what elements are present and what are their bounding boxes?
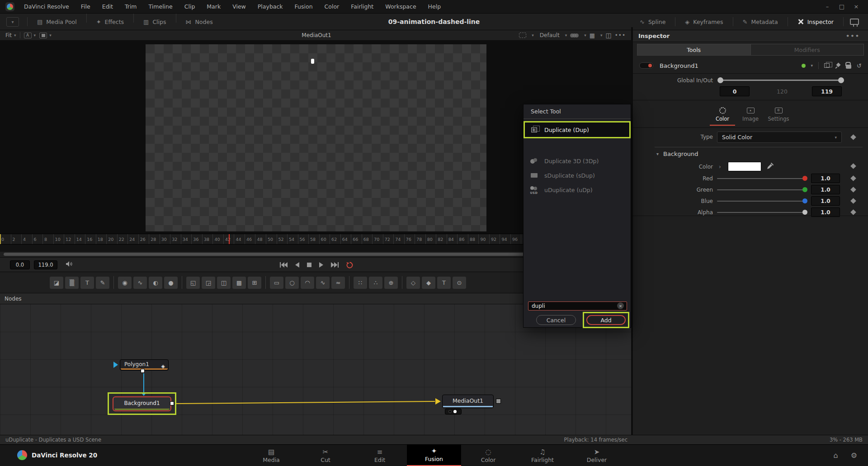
toolbar-button-inspector[interactable]: Inspector — [791, 14, 840, 30]
loop-button[interactable] — [346, 261, 354, 268]
toolbar-button-effects[interactable]: ✦Effects — [90, 14, 131, 30]
slider-handle[interactable] — [802, 176, 807, 181]
skip-start-button[interactable] — [279, 262, 288, 268]
channel-slider-blue[interactable] — [717, 201, 806, 202]
roi-icon[interactable] — [519, 33, 526, 38]
background-tool[interactable]: ◪ — [50, 277, 63, 289]
page-tab-fairlight[interactable]: ♫Fairlight — [515, 445, 570, 466]
keyframe-diamond-icon[interactable] — [850, 198, 856, 204]
subtab-image[interactable]: ▴Image — [737, 102, 764, 127]
polygon-mask-tool[interactable]: ◠ — [301, 277, 314, 289]
tool-search-input[interactable] — [528, 301, 627, 311]
brightness-contrast-tool[interactable]: ◐ — [149, 277, 162, 289]
skip-end-button[interactable] — [331, 262, 339, 268]
toolbar-button-media-pool[interactable]: ▤Media Pool — [30, 14, 84, 30]
audio-mute-icon[interactable] — [66, 261, 73, 268]
channel-slider-red[interactable] — [717, 178, 806, 179]
menu-view[interactable]: View — [226, 0, 252, 14]
slider-handle[interactable] — [717, 77, 723, 83]
panel-toggle-button[interactable]: ▾ — [6, 17, 19, 27]
monitor-icon[interactable] — [850, 19, 859, 25]
mediaout-input-port[interactable] — [435, 398, 441, 405]
page-tab-color[interactable]: ◌Color — [461, 445, 515, 466]
stop-button[interactable] — [307, 262, 312, 268]
toolbar-button-spline[interactable]: ∿Spline — [633, 14, 672, 30]
dual-viewer-icon[interactable]: ◫ — [606, 32, 612, 39]
tool-item-sduplicate[interactable]: sDuplicate (sDup) — [524, 169, 631, 182]
double-poly-mask-tool[interactable]: ≈ — [331, 277, 345, 289]
menu-davinci-resolve[interactable]: DaVinci Resolve — [18, 0, 75, 14]
merge-3d-tool[interactable]: ⊙ — [453, 277, 466, 289]
menu-fusion[interactable]: Fusion — [289, 0, 319, 14]
subtab-settings[interactable]: ⚙Settings — [765, 102, 792, 127]
panel-splitter[interactable] — [631, 27, 633, 435]
color-controls-icon[interactable] — [570, 33, 579, 38]
lut-dropdown[interactable]: Default — [540, 32, 560, 38]
viewer-indicator-dots[interactable] — [445, 409, 462, 414]
maximize-button[interactable]: □ — [835, 3, 849, 10]
zoom-mode-dropdown[interactable]: Fit — [5, 32, 12, 38]
slider-handle[interactable] — [802, 210, 807, 215]
reset-icon[interactable]: ↺ — [857, 62, 862, 69]
color-corrector-tool[interactable]: ◉ — [118, 277, 132, 289]
particle-render-tool[interactable]: ⊕ — [384, 277, 398, 289]
page-tab-edit[interactable]: ≡Edit — [353, 445, 407, 466]
menu-timeline[interactable]: Timeline — [143, 0, 179, 14]
text-plus-tool[interactable]: T — [80, 277, 94, 289]
color-swatch[interactable] — [728, 162, 761, 171]
eyedropper-icon[interactable] — [767, 162, 774, 171]
toolbar-button-nodes[interactable]: ⋈Nodes — [179, 14, 220, 30]
play-button[interactable] — [319, 262, 324, 268]
menu-trim[interactable]: Trim — [119, 0, 143, 14]
gain-gamma-button[interactable] — [39, 33, 47, 38]
menu-edit[interactable]: Edit — [96, 0, 119, 14]
tab-tools[interactable]: Tools — [637, 44, 750, 55]
menu-playback[interactable]: Playback — [252, 0, 289, 14]
home-icon[interactable]: ⌂ — [834, 451, 838, 460]
add-button[interactable]: Add — [586, 315, 626, 325]
rectangle-mask-tool[interactable]: ▭ — [270, 277, 283, 289]
keyframe-diamond-icon[interactable] — [850, 163, 856, 169]
blur-tool[interactable]: ● — [164, 277, 178, 289]
expand-icon[interactable]: › — [719, 164, 721, 170]
keyframe-diamond-icon[interactable] — [850, 134, 856, 140]
subtab-color[interactable]: Color — [709, 102, 736, 127]
keyframe-diamond-icon[interactable] — [850, 175, 856, 181]
toolbar-button-clips[interactable]: ▥Clips — [137, 14, 173, 30]
toolbar-button-keyframes[interactable]: ◈Keyframes — [678, 14, 730, 30]
background-section-header[interactable]: ▾Background — [656, 151, 698, 157]
pin-icon[interactable] — [835, 63, 840, 68]
keyframe-diamond-icon[interactable] — [850, 209, 856, 215]
matte-control-tool[interactable]: ▩ — [232, 277, 246, 289]
menu-fairlight[interactable]: Fairlight — [345, 0, 379, 14]
particle-emitter-tool[interactable]: ∷ — [354, 277, 367, 289]
type-select[interactable]: Solid Color▾ — [717, 132, 842, 143]
transform-tool[interactable]: ◱ — [186, 277, 200, 289]
viewer-options-icon[interactable]: ••• — [615, 32, 626, 38]
global-in-field[interactable]: 0 — [720, 86, 750, 96]
tile-color-icon[interactable] — [802, 64, 806, 68]
cancel-button[interactable]: Cancel — [536, 315, 576, 325]
paint-tool[interactable]: ✎ — [96, 277, 109, 289]
current-time-field[interactable]: 0.0 — [10, 260, 30, 269]
bspline-mask-tool[interactable]: ∿ — [316, 277, 330, 289]
menu-clip[interactable]: Clip — [179, 0, 201, 14]
channel-button[interactable]: A — [24, 33, 32, 38]
menu-mark[interactable]: Mark — [201, 0, 226, 14]
resize-tool[interactable]: ⊞ — [248, 277, 261, 289]
copy-settings-icon[interactable] — [824, 63, 830, 68]
particle-merge-tool[interactable]: ∴ — [369, 277, 382, 289]
channel-slider-green[interactable] — [717, 189, 806, 190]
tool-item-duplicate-3d[interactable]: Duplicate 3D (3Dp) — [524, 154, 631, 168]
chevron-down-icon[interactable]: ▾ — [811, 63, 813, 68]
play-reverse-button[interactable] — [294, 262, 300, 268]
slider-handle[interactable] — [802, 187, 807, 192]
keyframe-diamond-icon[interactable] — [850, 187, 856, 193]
fast-noise-tool[interactable]: ▒ — [65, 277, 79, 289]
shape-3d-tool[interactable]: ◆ — [422, 277, 435, 289]
global-in-out-slider[interactable] — [720, 80, 842, 81]
tab-modifiers[interactable]: Modifiers — [750, 44, 864, 55]
playhead[interactable] — [229, 234, 230, 244]
menu-help[interactable]: Help — [422, 0, 447, 14]
channel-value-field[interactable]: 1.0 — [811, 185, 840, 194]
